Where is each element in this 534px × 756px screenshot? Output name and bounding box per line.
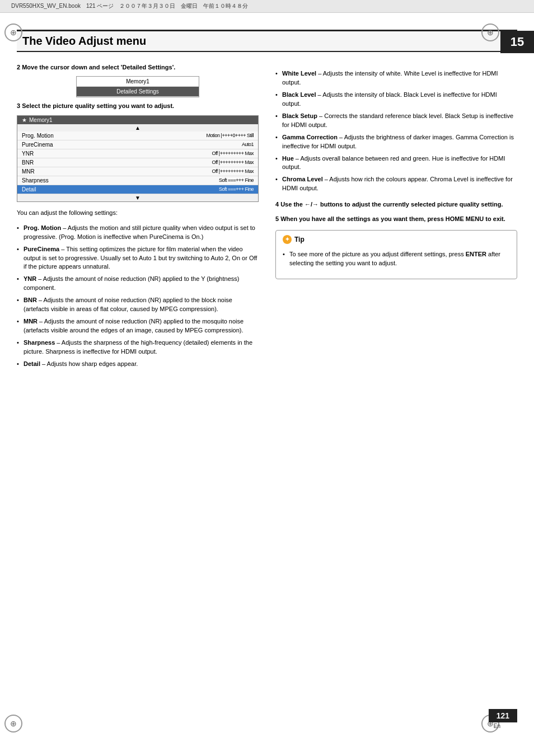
row-label: Sharpness — [22, 177, 61, 184]
step5-text: 5 When you have all the settings as you … — [275, 215, 505, 222]
tip-bullets: To see more of the picture as you adjust… — [283, 248, 510, 270]
step4-text: 4 Use the ←/→ buttons to adjust the curr… — [275, 201, 503, 208]
row-value: Off |+++++++++ Max — [212, 151, 254, 156]
deco-circle-tl: ⊕ — [4, 24, 22, 41]
list-item: Gamma Correction – Adjusts the brightnes… — [275, 132, 517, 153]
bullet-term: BNR — [24, 297, 37, 303]
row-value: Auto1 — [242, 142, 254, 147]
tip-title: ✦ Tip — [283, 235, 510, 244]
row-value: Soft ===+++ Fine — [219, 177, 254, 183]
panel-icon: ★ — [22, 117, 27, 123]
bullet-term: Detail — [24, 360, 40, 367]
panel-rows: Prog. MotionMotion |++++0++++ StillPureC… — [17, 132, 258, 194]
list-item: Black Setup – Corrects the standard refe… — [275, 110, 517, 132]
chapter-badge: 15 — [500, 31, 534, 53]
row-label: Detail — [22, 186, 61, 192]
step5-instruction: 5 When you have all the settings as you … — [275, 215, 517, 223]
bullet-term: PureCinema — [24, 246, 59, 252]
list-item: Prog. Motion – Adjusts the motion and st… — [17, 222, 259, 243]
chapter-number: 15 — [510, 35, 524, 49]
left-bullet-list: Prog. Motion – Adjusts the motion and st… — [17, 222, 259, 370]
panel-row: YNROff |+++++++++ Max — [17, 149, 258, 158]
list-item: White Level – Adjusts the intensity of w… — [275, 68, 517, 89]
page-number-sub: En — [494, 723, 500, 729]
bullet-term: Hue — [282, 155, 294, 162]
list-item: To see more of the picture as you adjust… — [283, 248, 510, 270]
panel-arrow-up: ▲ — [17, 124, 258, 132]
right-bullet-list: White Level – Adjusts the intensity of w… — [275, 68, 517, 195]
list-item: Sharpness – Adjusts the sharpness of the… — [17, 337, 259, 358]
bullet-term: Black Setup — [282, 112, 317, 119]
step3-heading: 3 Select the picture quality setting you… — [17, 102, 259, 110]
tip-box: ✦ Tip To see more of the picture as you … — [275, 230, 517, 279]
panel-row: SharpnessSoft ===+++ Fine — [17, 176, 258, 185]
bullet-term: YNR — [24, 275, 36, 282]
row-label: PureCinema — [22, 142, 61, 148]
page: DVR550HXS_WV_EN.book 121 ページ ２００７年３月３０日 … — [0, 0, 534, 756]
bullet-text: – Adjusts how sharp edges appear. — [40, 360, 138, 367]
main-content: The Video Adjust menu 2 Move the cursor … — [0, 18, 534, 386]
row-label: MNR — [22, 168, 61, 175]
tip-icon: ✦ — [283, 235, 292, 244]
two-column-layout: 2 Move the cursor down and select 'Detai… — [17, 63, 517, 375]
row-value: Soft ===+++ Fine — [219, 186, 254, 192]
panel-arrow-down: ▼ — [17, 194, 258, 201]
panel-title-text: Memory1 — [29, 117, 53, 123]
list-item: Chroma Level – Adjusts how rich the colo… — [275, 173, 517, 195]
panel-row: PureCinemaAuto1 — [17, 140, 258, 149]
bullet-text: – Adjusts the sharpness of the high-freq… — [24, 339, 252, 355]
bullet-text: – Adjusts the amount of noise reduction … — [24, 297, 232, 312]
step4-instruction: 4 Use the ←/→ buttons to adjust the curr… — [275, 200, 517, 209]
list-item: PureCinema – This setting optimizes the … — [17, 243, 259, 274]
bullet-term: White Level — [282, 70, 316, 77]
panel-title: ★ Memory1 — [17, 116, 258, 124]
page-title: The Video Adjust menu — [17, 30, 517, 52]
list-item: MNR – Adjusts the amount of noise reduct… — [17, 316, 259, 337]
row-value: Off |+++++++++ Max — [212, 168, 254, 174]
right-column: White Level – Adjusts the intensity of w… — [275, 63, 517, 375]
list-item: BNR – Adjusts the amount of noise reduct… — [17, 294, 259, 316]
list-item: Detail – Adjusts how sharp edges appear. — [17, 358, 259, 370]
list-item: Hue – Adjusts overall balance between re… — [275, 153, 517, 174]
row-label: YNR — [22, 151, 61, 157]
bullet-text: – Adjusts the amount of noise reduction … — [24, 318, 243, 334]
bullet-text: – Adjusts overall balance between red an… — [282, 155, 505, 171]
left-column: 2 Move the cursor down and select 'Detai… — [17, 63, 259, 375]
page-number-badge: 121 — [489, 709, 517, 722]
bullet-term: MNR — [24, 318, 38, 325]
tip-bullet-text: To see more of the picture as you adjust… — [289, 251, 500, 266]
list-item: Black Level – Adjusts the intensity of b… — [275, 89, 517, 110]
bullet-text: – Adjusts the amount of noise reduction … — [24, 275, 239, 291]
menu-item-detailed-settings: Detailed Settings — [77, 87, 199, 97]
panel-row: BNROff |+++++++++ Max — [17, 158, 258, 167]
bullet-term: Prog. Motion — [24, 224, 61, 231]
tip-title-text: Tip — [294, 236, 305, 243]
row-label: BNR — [22, 159, 61, 166]
step2-menu: Memory1 Detailed Settings — [76, 76, 199, 97]
bullet-term: Black Level — [282, 91, 316, 98]
row-label: Prog. Motion — [22, 133, 61, 139]
panel-row: DetailSoft ===+++ Fine — [17, 185, 258, 194]
header-bar: DVR550HXS_WV_EN.book 121 ページ ２００７年３月３０日 … — [0, 0, 534, 13]
menu-item-memory1: Memory1 — [77, 77, 199, 87]
enter-text: ENTER — [466, 251, 486, 257]
bullet-term: Chroma Level — [282, 176, 323, 182]
bullet-term: Sharpness — [24, 339, 55, 346]
deco-circle-bl: ⊕ — [4, 715, 22, 732]
panel-row: Prog. MotionMotion |++++0++++ Still — [17, 132, 258, 140]
list-item: YNR – Adjusts the amount of noise reduct… — [17, 273, 259, 294]
home-menu-text: HOME MENU — [446, 215, 484, 222]
memory-panel: ★ Memory1 ▲ Prog. MotionMotion |++++0+++… — [17, 115, 259, 202]
deco-circle-tr: ⊕ — [481, 24, 499, 41]
header-filepath: DVR550HXS_WV_EN.book 121 ページ ２００７年３月３０日 … — [11, 3, 248, 9]
bullet-term: Gamma Correction — [282, 134, 338, 140]
row-value: Off |+++++++++ Max — [212, 159, 254, 165]
panel-row: MNROff |+++++++++ Max — [17, 167, 258, 176]
row-value: Motion |++++0++++ Still — [207, 133, 254, 138]
body-text: You can adjust the following settings: — [17, 209, 259, 218]
step2-heading: 2 Move the cursor down and select 'Detai… — [17, 63, 259, 72]
